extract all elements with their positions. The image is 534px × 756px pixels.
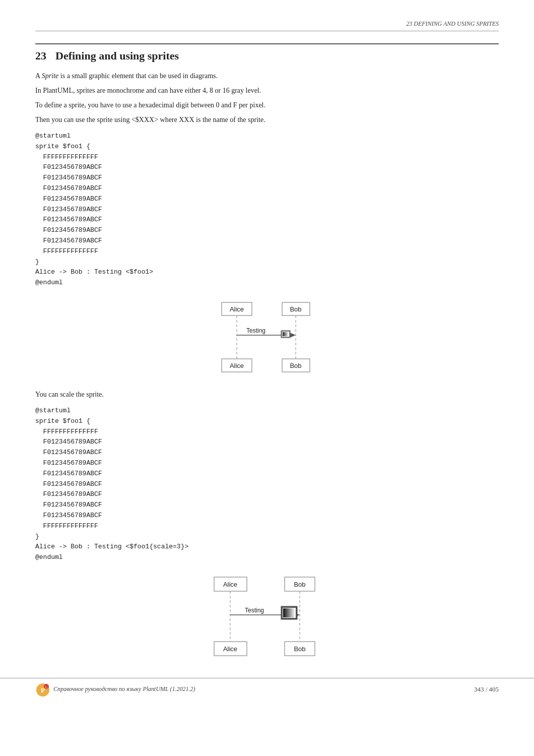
diagram-2: Alice Bob Testing [35, 572, 499, 660]
diagram-1: Alice Bob Testing [35, 297, 499, 378]
alice-bottom-label-2: Alice [223, 645, 237, 653]
svg-rect-19 [283, 608, 295, 617]
paragraph-3: To define a sprite, you have to use a he… [35, 100, 499, 110]
chapter-number: 23 [35, 49, 46, 62]
svg-rect-8 [283, 332, 289, 336]
footer-page: 343 / 405 [474, 685, 499, 694]
svg-text:U: U [45, 685, 47, 689]
chapter-title: Defining and using sprites [55, 49, 179, 62]
message-label-1: Testing [246, 327, 265, 334]
bob-top-label-2: Bob [294, 581, 305, 588]
message-label-2: Testing [245, 607, 264, 614]
bob-top-label: Bob [290, 305, 301, 313]
code-block-2: @startuml sprite $foo1 { FFFFFFFFFFFFFF … [35, 406, 499, 563]
footer-logo: P U Справочное руководство по языку Plan… [35, 682, 195, 697]
sequence-diagram-1: Alice Bob Testing [212, 297, 322, 378]
bob-bottom-label: Bob [290, 362, 301, 369]
header-text: 23 DEFINING AND USING SPRITES [406, 20, 499, 28]
footer-text: Справочное руководство по языку PlantUML… [53, 685, 195, 693]
bob-bottom-label-2: Bob [294, 645, 305, 653]
paragraph-2: In PlantUML, sprites are monochrome and … [35, 85, 499, 96]
paragraph-4: Then you can use the sprite using <$XXX>… [35, 114, 499, 125]
page-header: 23 DEFINING AND USING SPRITES [35, 20, 499, 31]
chapter-heading: 23 Defining and using sprites [35, 43, 499, 62]
svg-marker-5 [290, 333, 296, 338]
alice-bottom-label: Alice [230, 362, 244, 369]
plantuml-logo-icon: P U [35, 682, 49, 697]
alice-top-label: Alice [230, 305, 244, 313]
text-between: You can scale the sprite. [35, 389, 499, 400]
page-footer: P U Справочное руководство по языку Plan… [0, 678, 534, 697]
paragraph-1: A Sprite is a small graphic element that… [35, 71, 499, 81]
alice-top-label-2: Alice [223, 581, 237, 588]
code-block-1: @startuml sprite $foo1 { FFFFFFFFFFFFFF … [35, 131, 499, 288]
sequence-diagram-2: Alice Bob Testing [207, 572, 327, 660]
